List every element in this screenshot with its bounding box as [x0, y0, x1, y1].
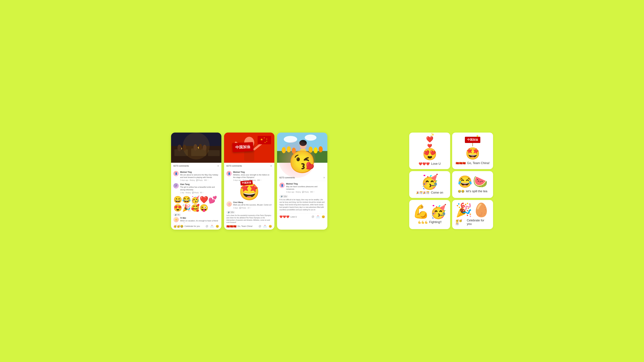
sticker-visual-spill: 😂 🍉	[458, 176, 488, 188]
china-flag-banner: 中国加油 ⭐	[465, 137, 480, 143]
celebrate-small-icons: 🥳🥳🎊	[456, 219, 466, 225]
comment-meta: 3 days ago · Beijing 💬 Reply 880 ♡	[286, 191, 325, 193]
mention-button[interactable]: @	[312, 215, 314, 218]
card-1-close-button[interactable]: ×	[217, 164, 219, 167]
phone-card-3: 😘 8273 comments × 👤 Meimei Ting May we h…	[277, 133, 327, 230]
reply-button[interactable]: 💬 Reply	[239, 207, 246, 209]
emoji-button[interactable]: 😊	[322, 215, 325, 218]
svg-text:★: ★	[266, 140, 268, 142]
svg-rect-4	[208, 150, 220, 156]
share-button[interactable]: 📩	[210, 225, 214, 228]
flag-star: ⭐	[476, 135, 479, 137]
comment-content: Xian Tang The girl in yellow has a beaut…	[180, 183, 219, 194]
comment-item: 👤 Meimei Ting May we have countless plea…	[280, 183, 325, 193]
comment-item: 👤 Meimei Ting Athletes, show your streng…	[226, 171, 272, 181]
reply-button[interactable]: 💬 Reply	[196, 179, 203, 181]
card-3-image-area: 😘	[277, 133, 327, 163]
sticker-visual-china: 中国加油 ⭐ 🤩	[465, 137, 480, 159]
card-2-bottom-bar: 🇨🇳🇨🇳🇨🇳 Go, Team China! @ 📩 😊	[224, 223, 274, 230]
audio-badge: 🔊 12s	[226, 211, 235, 214]
sticker-label-area[interactable]: ❤️❤️❤️ Love U	[280, 215, 310, 218]
sticker-visual-come-on: 🥳	[421, 175, 438, 189]
sticker-bottom: 🎉🎊🎉🎊 Come on	[412, 191, 447, 194]
comment-item: 👤 Meimei Ting We are about to welcome th…	[174, 171, 219, 181]
comment-meta: 3 days 💬 Reply 10 ♡	[233, 207, 272, 209]
comment-content: Yi Wei When on vacation, it's enough to …	[180, 217, 219, 223]
sticker-card-celebrate[interactable]: 🎉 🥚 🥳🥳🎊 Celebrate for you	[452, 200, 493, 229]
like-count: 880 ♡	[310, 191, 315, 193]
sticker-bottom: 💪💪💪 Fighting!!	[412, 220, 447, 224]
phone-card-2: ★ ★ ★ ★ ★ 中国加油 8273 comments × 👤	[224, 133, 274, 230]
mention-button[interactable]: @	[258, 225, 261, 228]
comment-author: Meimei Ting	[233, 171, 272, 173]
reply-button[interactable]: 💬 Reply	[192, 192, 199, 194]
comment-text: May we have countless pleasures and roma…	[286, 185, 325, 191]
sticker-card-come-on[interactable]: 🥳 🎉🎊🎉🎊 Come on	[409, 171, 450, 198]
come-on-small-icons: 🎉🎊🎉🎊	[416, 191, 430, 194]
sticker-visual-fighting: 💪 🥳	[412, 205, 447, 218]
card-1-bottom-bar: 🥳🥳😂 Celebrate for you @ 📩 😊	[171, 223, 221, 230]
sticker-bottom: 🥳🥳🎊 Celebrate for you	[456, 219, 490, 226]
timer-area: 🔊 8s	[174, 213, 219, 216]
china-cheer-emoji: 🤩	[466, 148, 480, 159]
sparkle-icon: ✨	[430, 133, 434, 137]
card-3-close-button[interactable]: ×	[323, 176, 325, 179]
sticker-label-area[interactable]: 🇨🇳🇨🇳🇨🇳 Go, Team China!	[226, 225, 257, 228]
big-heart-icon: ❤️	[426, 136, 434, 143]
spill-small-icons: 😂😂	[458, 190, 464, 193]
reply-button[interactable]: 💬 Reply	[302, 191, 309, 193]
sticker-grid: ✨ ❤️ ❤️ 😍 ❤️❤️❤️ Love U 中国加油 ⭐	[409, 133, 473, 229]
china-flag-sticker-overlay: 中国加油	[232, 142, 254, 152]
flag-with-stick: 中国加油 ⭐	[465, 137, 480, 146]
celebrate-emoji-2: 🥚	[473, 203, 490, 217]
emoji-button[interactable]: 😊	[269, 225, 272, 228]
card-3-bottom-bar: ❤️❤️❤️ Love U @ 📩 😊	[277, 213, 327, 220]
svg-point-7	[178, 145, 182, 151]
bottom-icons: @ 📩 😊	[206, 225, 219, 228]
comment-text: The girl in yellow has a beautiful smile…	[180, 186, 219, 191]
sticker-card-spill-tea[interactable]: 😂 🍉 😂😂 let's spill the tea	[452, 171, 493, 198]
card-2-close-button[interactable]: ×	[270, 164, 272, 167]
come-on-sticker-overlay: 🤩 中国加油	[226, 183, 272, 200]
sticker-card-love-u[interactable]: ✨ ❤️ ❤️ 😍 ❤️❤️❤️ Love U	[409, 133, 450, 169]
sticker-label-area[interactable]: 🥳🥳😂 Celebrate for you	[174, 225, 204, 228]
comment-meta: 3 days ago · Beijing 💬 Reply 880 ♡	[233, 179, 272, 181]
sticker-label-text: Come on	[431, 191, 443, 194]
hearts-display: ✨ ❤️ ❤️	[422, 136, 437, 148]
svg-text:★: ★	[260, 138, 263, 141]
comment-content: Meimei Ting May we have countless pleasu…	[286, 183, 325, 193]
sticker-icon-small: ❤️❤️❤️	[418, 162, 430, 166]
sticker-text: Go, Team China!	[238, 225, 252, 227]
sticker-label-text: Love U	[431, 162, 440, 166]
sticker-text: Celebrate for you	[184, 225, 200, 227]
long-text: Let's cheer for the wonderful moments of…	[226, 214, 272, 223]
audio-area-2: 🔊 12s	[280, 195, 325, 198]
comment-content: Meimei Ting Athletes, show your strength…	[233, 171, 272, 181]
share-button[interactable]: 📩	[316, 215, 320, 218]
kiss-emoji-overlay: 😘	[289, 151, 316, 173]
svg-text:★: ★	[264, 137, 265, 139]
comment-time: 1 day · Beijing	[180, 192, 191, 194]
fighting-emoji-2: 🥳	[430, 205, 447, 218]
sticker-card-go-team-china[interactable]: 中国加油 ⭐ 🤩 🇨🇳🇨🇳🇨🇳 Go, Team China!	[452, 133, 493, 169]
celebrate-emoji-1: 🎉	[456, 203, 472, 217]
card-2-image-area: ★ ★ ★ ★ ★ 中国加油	[224, 133, 274, 163]
card-1-image	[171, 133, 221, 163]
card-1-comments: 👤 Meimei Ting We are about to welcome th…	[171, 169, 221, 223]
mention-button[interactable]: @	[206, 225, 208, 228]
svg-point-34	[319, 146, 323, 152]
share-button[interactable]: 📩	[263, 225, 267, 228]
emoji-sticker-group: 😄😂🥳❤️💕😍🎉🥰😜	[174, 196, 219, 212]
svg-text:★: ★	[264, 141, 266, 143]
sticker-text: Love U	[290, 216, 297, 218]
spill-emoji-1: 😂	[458, 176, 472, 188]
emoji-button[interactable]: 😊	[216, 225, 219, 228]
avatar: 🎵	[174, 183, 179, 189]
comment-meta: 3 days ago · Beijing 💬 Reply 880 ♡	[180, 179, 219, 181]
audio-badge-2: 🔊 12s	[280, 195, 288, 198]
fighting-small-icons: 💪💪💪	[418, 221, 428, 224]
sticker-card-fighting[interactable]: 💪 🥳 💪💪💪 Fighting!!	[409, 200, 450, 229]
comment-text: We are about to welcome the May Day holi…	[180, 174, 219, 179]
avatar: 👤	[226, 171, 232, 176]
spill-emoji-2: 🍉	[473, 176, 488, 188]
